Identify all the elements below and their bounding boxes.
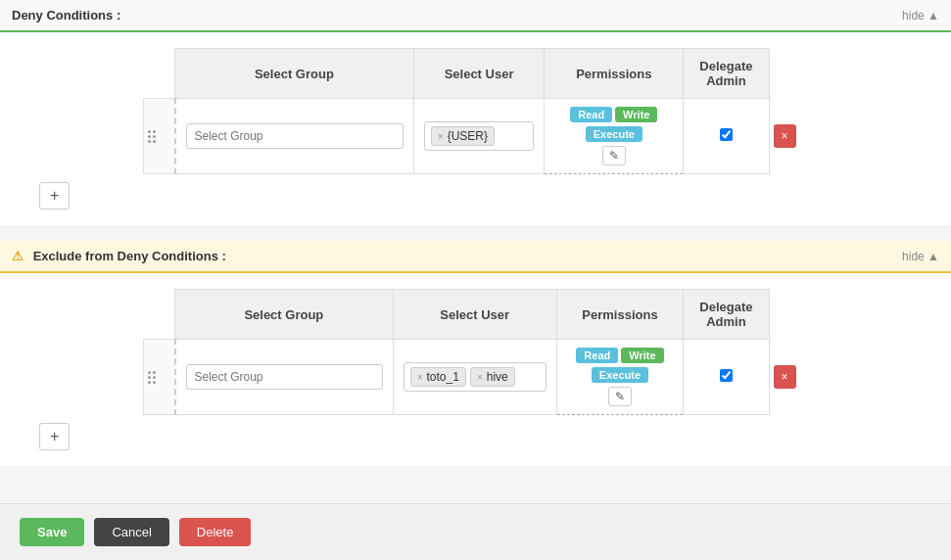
delete-button[interactable]: Delete — [179, 518, 252, 546]
exclude-add-row-button[interactable]: + — [39, 423, 70, 450]
deny-th-select-group: Select Group — [175, 49, 414, 99]
deny-conditions-hide[interactable]: hide ▲ — [902, 9, 939, 23]
deny-th-permissions: Permissions — [545, 49, 684, 99]
deny-delete-cell: × — [769, 99, 808, 174]
deny-row-1: × {USER} Read Write Execute — [143, 99, 808, 174]
deny-perm-read[interactable]: Read — [570, 107, 612, 122]
exclude-tag-toto1: × toto_1 — [410, 367, 466, 387]
deny-conditions-header: Deny Conditions : hide ▲ — [0, 0, 951, 32]
cancel-button[interactable]: Cancel — [94, 518, 168, 546]
warning-icon: ⚠ — [12, 249, 24, 263]
deny-delegate-checkbox[interactable] — [720, 128, 733, 141]
exclude-tag-input-area[interactable]: × toto_1 × hive — [404, 362, 547, 392]
deny-conditions-title: Deny Conditions : — [12, 8, 120, 23]
exclude-tag-toto1-remove[interactable]: × — [417, 372, 423, 383]
exclude-row-1: × toto_1 × hive Read Write — [143, 340, 808, 415]
deny-tag-user-label: {USER} — [448, 129, 488, 143]
deny-drag-handle — [146, 128, 172, 145]
exclude-select-group-cell — [175, 340, 394, 415]
exclude-drag-handle-cell — [143, 340, 175, 415]
exclude-tag-hive-remove[interactable]: × — [477, 372, 483, 383]
deny-delete-button[interactable]: × — [774, 124, 796, 148]
deny-permissions-cell: Read Write Execute ✎ — [545, 99, 684, 174]
deny-select-group-cell — [175, 99, 414, 174]
deny-select-user-cell: × {USER} — [413, 99, 545, 174]
deny-pencil-icon: ✎ — [609, 149, 619, 163]
page-wrapper: Deny Conditions : hide ▲ Select Group Se… — [0, 0, 951, 560]
exclude-select-group-input[interactable] — [186, 364, 383, 390]
exclude-delegate-cell — [684, 340, 769, 415]
exclude-th-delegate: Delegate Admin — [684, 290, 769, 340]
exclude-tag-toto1-label: toto_1 — [427, 370, 459, 384]
exclude-select-user-cell: × toto_1 × hive — [393, 340, 556, 415]
deny-th-select-user: Select User — [413, 49, 545, 99]
exclude-conditions-hide[interactable]: hide ▲ — [902, 250, 939, 263]
exclude-th-permissions: Permissions — [556, 290, 684, 340]
deny-perm-badges: Read Write — [554, 107, 673, 122]
exclude-perm-write[interactable]: Write — [621, 348, 663, 363]
exclude-drag-handle — [146, 369, 172, 386]
exclude-delete-cell: × — [769, 340, 808, 415]
exclude-delete-button[interactable]: × — [774, 365, 796, 389]
deny-perm-write[interactable]: Write — [615, 107, 657, 122]
exclude-perm-edit-button[interactable]: ✎ — [608, 387, 632, 406]
deny-tag-input-area[interactable]: × {USER} — [424, 121, 535, 151]
exclude-pencil-icon: ✎ — [615, 390, 625, 403]
exclude-tag-hive-label: hive — [487, 370, 508, 384]
exclude-perm-badges: Read Write — [567, 348, 674, 363]
deny-conditions-table: Select Group Select User Permissions Del… — [143, 48, 809, 174]
exclude-conditions-header: ⚠ Exclude from Deny Conditions : hide ▲ — [0, 241, 951, 273]
exclude-conditions-body: Select Group Select User Permissions Del… — [0, 273, 951, 466]
deny-delegate-cell — [684, 99, 769, 174]
deny-conditions-body: Select Group Select User Permissions Del… — [0, 32, 951, 225]
exclude-conditions-table: Select Group Select User Permissions Del… — [143, 289, 809, 415]
deny-th-delegate: Delegate Admin — [684, 49, 769, 99]
exclude-tag-hive: × hive — [470, 367, 515, 387]
deny-tag-user-remove[interactable]: × — [438, 131, 444, 142]
exclude-th-delete-spacer — [769, 290, 808, 340]
deny-perm-edit-button[interactable]: ✎ — [602, 146, 626, 165]
deny-tag-user: × {USER} — [431, 126, 495, 146]
bottom-bar: Save Cancel Delete — [0, 503, 951, 560]
deny-perm-badges-2: Execute — [554, 126, 673, 142]
deny-th-delete-spacer — [769, 49, 808, 99]
exclude-conditions-title: ⚠ Exclude from Deny Conditions : — [12, 249, 226, 263]
exclude-th-select-group: Select Group — [175, 290, 394, 340]
exclude-perm-execute[interactable]: Execute — [592, 367, 648, 383]
exclude-perm-read[interactable]: Read — [576, 348, 618, 363]
deny-drag-handle-cell — [143, 99, 175, 174]
exclude-perm-badges-2: Execute — [567, 367, 674, 383]
deny-add-row-button[interactable]: + — [39, 182, 70, 210]
exclude-th-select-user: Select User — [393, 290, 556, 340]
save-button[interactable]: Save — [20, 518, 84, 546]
deny-select-group-input[interactable] — [186, 123, 404, 149]
exclude-permissions-cell: Read Write Execute ✎ — [556, 340, 684, 415]
deny-perm-execute[interactable]: Execute — [586, 126, 642, 142]
exclude-delegate-checkbox[interactable] — [720, 369, 733, 382]
